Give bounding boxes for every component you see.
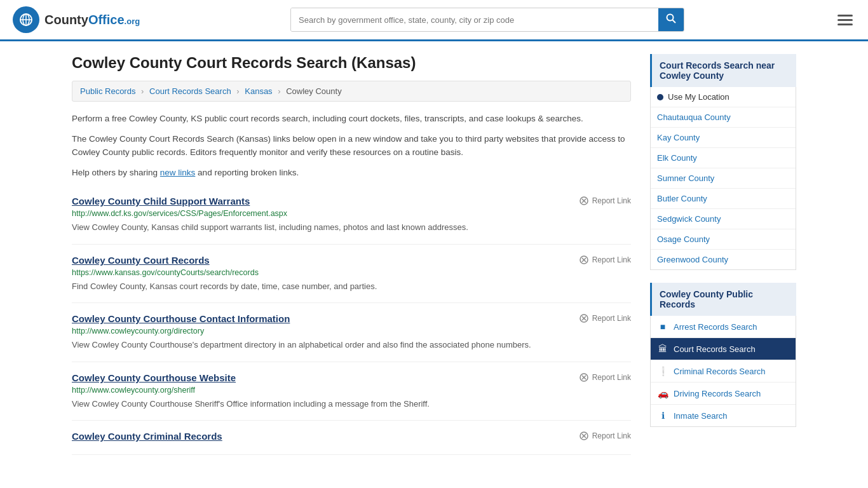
breadcrumb-public-records[interactable]: Public Records bbox=[80, 86, 135, 96]
use-my-location-label: Use My Location bbox=[668, 92, 729, 102]
resource-url-2: http://www.cowleycounty.org/directory bbox=[72, 327, 631, 336]
report-link-btn-0[interactable]: Report Link bbox=[579, 196, 631, 206]
resource-entry: Cowley County Courthouse Website Report … bbox=[72, 362, 631, 421]
resource-desc-1: Find Cowley County, Kansas court records… bbox=[72, 280, 631, 293]
content-area: Cowley County Court Records Search (Kans… bbox=[72, 54, 631, 455]
resource-entry: Cowley County Criminal Records Report Li… bbox=[72, 421, 631, 455]
resource-desc-3: View Cowley County Courthouse Sheriff's … bbox=[72, 398, 631, 410]
public-records-label-0: Arrest Records Search bbox=[674, 322, 757, 332]
county-kay[interactable]: Kay County bbox=[651, 128, 796, 148]
county-butler[interactable]: Butler County bbox=[651, 189, 796, 209]
svg-line-6 bbox=[673, 20, 676, 24]
resource-url-0: http://www.dcf.ks.gov/services/CSS/Pages… bbox=[72, 209, 631, 218]
report-link-label: Report Link bbox=[592, 314, 631, 323]
report-link-btn-3[interactable]: Report Link bbox=[579, 372, 631, 383]
report-link-label: Report Link bbox=[592, 373, 631, 382]
public-records-icon-4: ℹ bbox=[657, 410, 668, 421]
new-links-link[interactable]: new links bbox=[160, 168, 196, 177]
public-records-item-1[interactable]: 🏛 Court Records Search bbox=[651, 338, 796, 360]
public-records-label-1: Court Records Search bbox=[674, 344, 756, 354]
search-input[interactable] bbox=[291, 8, 658, 31]
logo-icon bbox=[13, 6, 39, 33]
resource-url-3: http://www.cowleycounty.org/sheriff bbox=[72, 386, 631, 395]
public-records-item-0[interactable]: ■ Arrest Records Search bbox=[651, 316, 796, 338]
public-records-header: Cowley County Public Records bbox=[650, 283, 796, 316]
county-elk[interactable]: Elk County bbox=[651, 148, 796, 168]
public-records-icon-3: 🚗 bbox=[657, 388, 668, 398]
report-icon bbox=[579, 255, 589, 265]
public-records-icon-0: ■ bbox=[657, 322, 668, 332]
use-my-location-item[interactable]: Use My Location bbox=[651, 87, 796, 107]
resource-title-0[interactable]: Cowley County Child Support Warrants bbox=[72, 196, 250, 207]
nearby-section: Court Records Search near Cowley County … bbox=[650, 54, 796, 270]
sidebar: Court Records Search near Cowley County … bbox=[650, 54, 796, 455]
public-records-link-3[interactable]: 🚗 Driving Records Search bbox=[651, 383, 796, 404]
report-icon bbox=[579, 196, 589, 206]
svg-point-5 bbox=[667, 15, 674, 21]
resource-url-1: https://www.kansas.gov/countyCourts/sear… bbox=[72, 268, 631, 277]
report-link-label: Report Link bbox=[592, 196, 631, 205]
nearby-header: Court Records Search near Cowley County bbox=[650, 54, 796, 87]
search-button[interactable] bbox=[658, 8, 684, 31]
description-para1: Perform a free Cowley County, KS public … bbox=[72, 112, 631, 126]
county-osage[interactable]: Osage County bbox=[651, 229, 796, 250]
resource-title-4[interactable]: Cowley County Criminal Records bbox=[72, 431, 222, 442]
logo-text: CountyOffice.org bbox=[44, 13, 140, 27]
public-records-item-2[interactable]: ❕ Criminal Records Search bbox=[651, 360, 796, 383]
report-link-btn-2[interactable]: Report Link bbox=[579, 313, 631, 323]
public-records-section: Cowley County Public Records ■ Arrest Re… bbox=[650, 283, 796, 427]
resource-desc-0: View Cowley County, Kansas child support… bbox=[72, 221, 631, 234]
county-chautauqua[interactable]: Chautauqua County bbox=[651, 107, 796, 128]
hamburger-menu-button[interactable] bbox=[835, 12, 855, 28]
resource-title-3[interactable]: Cowley County Courthouse Website bbox=[72, 372, 236, 383]
report-icon bbox=[579, 372, 589, 383]
breadcrumb-court-records-search[interactable]: Court Records Search bbox=[149, 86, 231, 96]
public-records-label-2: Criminal Records Search bbox=[674, 367, 766, 376]
public-records-label-4: Inmate Search bbox=[674, 411, 728, 421]
resource-entry: Cowley County Courthouse Contact Informa… bbox=[72, 303, 631, 362]
breadcrumb: Public Records › Court Records Search › … bbox=[72, 81, 631, 102]
use-my-location-link[interactable]: Use My Location bbox=[651, 87, 796, 107]
description-para3: Help others by sharing new links and rep… bbox=[72, 166, 631, 180]
public-records-item-3[interactable]: 🚗 Driving Records Search bbox=[651, 383, 796, 405]
report-link-label: Report Link bbox=[592, 431, 631, 440]
resources-list: Cowley County Child Support Warrants Rep… bbox=[72, 186, 631, 455]
search-bar bbox=[290, 8, 684, 32]
public-records-icon-2: ❕ bbox=[657, 366, 668, 376]
report-link-btn-1[interactable]: Report Link bbox=[579, 255, 631, 265]
public-records-list: ■ Arrest Records Search 🏛 Court Records … bbox=[650, 316, 796, 427]
breadcrumb-kansas[interactable]: Kansas bbox=[245, 86, 272, 96]
resource-entry: Cowley County Child Support Warrants Rep… bbox=[72, 186, 631, 245]
report-icon bbox=[579, 431, 589, 441]
resource-entry: Cowley County Court Records Report Link … bbox=[72, 245, 631, 304]
logo-area: CountyOffice.org bbox=[13, 6, 140, 33]
main-container: Cowley County Court Records Search (Kans… bbox=[59, 41, 809, 468]
public-records-link-4[interactable]: ℹ Inmate Search bbox=[651, 405, 796, 426]
report-link-label: Report Link bbox=[592, 255, 631, 264]
report-icon bbox=[579, 313, 589, 323]
county-sumner[interactable]: Sumner County bbox=[651, 168, 796, 189]
resource-desc-2: View Cowley County Courthouse's departme… bbox=[72, 339, 631, 351]
public-records-link-2[interactable]: ❕ Criminal Records Search bbox=[651, 360, 796, 382]
page-title: Cowley County Court Records Search (Kans… bbox=[72, 54, 631, 72]
description-para2: The Cowley County Court Records Search (… bbox=[72, 132, 631, 159]
location-icon bbox=[657, 94, 663, 100]
report-link-btn-4[interactable]: Report Link bbox=[579, 431, 631, 441]
public-records-item-4[interactable]: ℹ Inmate Search bbox=[651, 405, 796, 426]
nearby-counties-list: Use My Location Chautauqua County Kay Co… bbox=[650, 87, 796, 270]
site-header: CountyOffice.org bbox=[0, 0, 868, 41]
county-sedgwick[interactable]: Sedgwick County bbox=[651, 209, 796, 229]
resource-title-2[interactable]: Cowley County Courthouse Contact Informa… bbox=[72, 313, 290, 324]
county-greenwood[interactable]: Greenwood County bbox=[651, 250, 796, 269]
public-records-icon-1: 🏛 bbox=[657, 344, 668, 354]
breadcrumb-cowley-county: Cowley County bbox=[286, 86, 341, 96]
public-records-label-3: Driving Records Search bbox=[674, 389, 761, 398]
resource-title-1[interactable]: Cowley County Court Records bbox=[72, 255, 210, 266]
public-records-link-0[interactable]: ■ Arrest Records Search bbox=[651, 316, 796, 337]
public-records-link-1[interactable]: 🏛 Court Records Search bbox=[651, 338, 796, 360]
